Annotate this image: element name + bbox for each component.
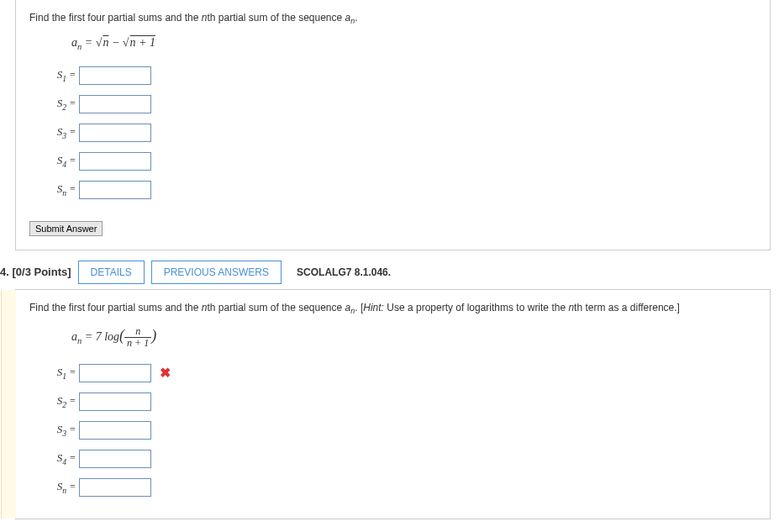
eq-sign: = bbox=[70, 69, 76, 82]
q2-label-s3: S3 bbox=[43, 423, 66, 438]
question-4-box: Find the first four partial sums and the… bbox=[15, 289, 771, 519]
q1-prompt: Find the first four partial sums and the… bbox=[29, 10, 756, 28]
details-button[interactable]: DETAILS bbox=[78, 261, 145, 284]
f-minus: − bbox=[108, 36, 122, 49]
submit-answer-button[interactable]: Submit Answer bbox=[29, 221, 103, 236]
q1-prompt-post: th partial sum of the sequence bbox=[207, 12, 345, 24]
q2-row-sn: Sn = bbox=[43, 478, 756, 497]
q1-row-s3: S3 = bbox=[43, 124, 756, 142]
input-s1[interactable] bbox=[79, 66, 151, 85]
q2-row-s2: S2 = bbox=[43, 392, 756, 411]
label-s2: S2 bbox=[43, 97, 66, 112]
q2-label-s2: S2 bbox=[43, 394, 66, 409]
previous-answers-button[interactable]: PREVIOUS ANSWERS bbox=[151, 261, 282, 284]
q1-row-sn: Sn = bbox=[43, 181, 756, 199]
source-label: SCOLALG7 8.1.046. bbox=[297, 266, 391, 278]
q4-number: 4. [0/3 Points] bbox=[0, 266, 71, 278]
q2-input-s1[interactable] bbox=[79, 364, 151, 382]
q2-input-s3[interactable] bbox=[79, 421, 151, 440]
f-lhs: a bbox=[71, 36, 77, 49]
input-sn[interactable] bbox=[79, 181, 151, 199]
question-1-box: Find the first four partial sums and the… bbox=[15, 0, 771, 250]
label-sn: Sn bbox=[43, 182, 66, 198]
question-4-header: 4. [0/3 Points] DETAILS PREVIOUS ANSWERS… bbox=[0, 261, 779, 284]
q1-row-s2: S2 = bbox=[43, 95, 756, 113]
f-sqrt2: √ bbox=[123, 36, 129, 49]
label-s3: S3 bbox=[43, 125, 66, 140]
q2-formula: an = 7 log(nn + 1) bbox=[71, 326, 756, 349]
q2-input-sn[interactable] bbox=[79, 478, 151, 497]
incorrect-x-icon: ✖ bbox=[160, 365, 171, 381]
label-s1: S1 bbox=[43, 68, 66, 83]
q2-row-s4: S4 = bbox=[43, 450, 756, 468]
q1-row-s4: S4 = bbox=[43, 152, 756, 171]
q1-row-s1: S1 = bbox=[43, 66, 756, 85]
q2-input-s4[interactable] bbox=[79, 450, 151, 468]
q2-prompt: Find the first four partial sums and the… bbox=[29, 300, 756, 318]
q2-row-s3: S3 = bbox=[43, 421, 756, 440]
q1-prompt-end: . bbox=[355, 12, 357, 24]
q1-formula: an = √n − √n + 1 bbox=[71, 36, 756, 51]
fraction: nn + 1 bbox=[124, 326, 151, 349]
yellow-margin-tab bbox=[1, 290, 16, 519]
q2-row-s1: S1 = ✖ bbox=[43, 364, 756, 382]
f-in2: n + 1 bbox=[129, 36, 155, 49]
q2-label-s1: S1 bbox=[43, 366, 66, 381]
q2-label-s4: S4 bbox=[43, 451, 66, 466]
input-s4[interactable] bbox=[79, 152, 151, 171]
input-s3[interactable] bbox=[79, 124, 151, 142]
label-s4: S4 bbox=[43, 154, 66, 169]
input-s2[interactable] bbox=[79, 95, 151, 113]
q2-label-sn: Sn bbox=[43, 480, 66, 495]
f-eq: = bbox=[82, 36, 95, 49]
q1-prompt-pre: Find the first four partial sums and the bbox=[29, 12, 202, 24]
q2-input-s2[interactable] bbox=[79, 392, 151, 411]
